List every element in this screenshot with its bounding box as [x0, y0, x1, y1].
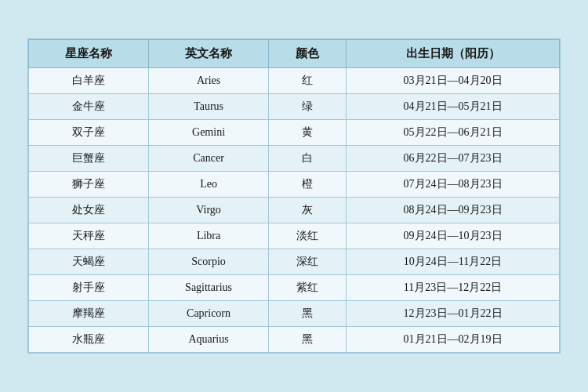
- cell-english-name: Aquarius: [149, 327, 269, 353]
- header-chinese-name: 星座名称: [29, 40, 149, 68]
- cell-dates: 03月21日—04月20日: [347, 68, 560, 94]
- cell-chinese-name: 摩羯座: [29, 301, 149, 327]
- table-row: 狮子座Leo橙07月24日—08月23日: [29, 172, 560, 198]
- cell-dates: 07月24日—08月23日: [347, 172, 560, 198]
- cell-chinese-name: 水瓶座: [29, 327, 149, 353]
- cell-color: 深红: [269, 249, 347, 275]
- cell-chinese-name: 金牛座: [29, 94, 149, 120]
- cell-english-name: Taurus: [149, 94, 269, 120]
- cell-color: 红: [269, 68, 347, 94]
- cell-chinese-name: 白羊座: [29, 68, 149, 94]
- cell-chinese-name: 射手座: [29, 275, 149, 301]
- cell-color: 灰: [269, 198, 347, 223]
- table-row: 天蝎座Scorpio深红10月24日—11月22日: [29, 249, 560, 275]
- table-row: 射手座Sagittarius紫红11月23日—12月22日: [29, 275, 560, 301]
- cell-chinese-name: 天蝎座: [29, 249, 149, 275]
- header-english-name: 英文名称: [149, 40, 269, 68]
- cell-chinese-name: 天秤座: [29, 223, 149, 249]
- table-row: 巨蟹座Cancer白06月22日—07月23日: [29, 146, 560, 172]
- cell-english-name: Libra: [149, 223, 269, 249]
- cell-english-name: Sagittarius: [149, 275, 269, 301]
- cell-color: 白: [269, 146, 347, 172]
- cell-color: 紫红: [269, 275, 347, 301]
- table-row: 天秤座Libra淡红09月24日—10月23日: [29, 223, 560, 249]
- cell-color: 黄: [269, 120, 347, 146]
- zodiac-table-container: 星座名称 英文名称 颜色 出生日期（阳历） 白羊座Aries红03月21日—04…: [27, 38, 561, 354]
- header-dates: 出生日期（阳历）: [347, 40, 560, 68]
- cell-dates: 09月24日—10月23日: [347, 223, 560, 249]
- cell-chinese-name: 处女座: [29, 198, 149, 223]
- cell-english-name: Gemini: [149, 120, 269, 146]
- table-row: 摩羯座Capricorn黑12月23日—01月22日: [29, 301, 560, 327]
- table-row: 双子座Gemini黄05月22日—06月21日: [29, 120, 560, 146]
- cell-color: 黑: [269, 327, 347, 353]
- cell-dates: 12月23日—01月22日: [347, 301, 560, 327]
- cell-chinese-name: 双子座: [29, 120, 149, 146]
- table-row: 水瓶座Aquarius黑01月21日—02月19日: [29, 327, 560, 353]
- cell-english-name: Cancer: [149, 146, 269, 172]
- cell-english-name: Leo: [149, 172, 269, 198]
- table-row: 白羊座Aries红03月21日—04月20日: [29, 68, 560, 94]
- cell-english-name: Capricorn: [149, 301, 269, 327]
- table-body: 白羊座Aries红03月21日—04月20日金牛座Taurus绿04月21日—0…: [29, 68, 560, 353]
- cell-english-name: Scorpio: [149, 249, 269, 275]
- cell-dates: 10月24日—11月22日: [347, 249, 560, 275]
- cell-dates: 01月21日—02月19日: [347, 327, 560, 353]
- cell-dates: 05月22日—06月21日: [347, 120, 560, 146]
- cell-dates: 04月21日—05月21日: [347, 94, 560, 120]
- zodiac-table: 星座名称 英文名称 颜色 出生日期（阳历） 白羊座Aries红03月21日—04…: [28, 39, 560, 353]
- cell-dates: 11月23日—12月22日: [347, 275, 560, 301]
- cell-english-name: Aries: [149, 68, 269, 94]
- table-row: 处女座Virgo灰08月24日—09月23日: [29, 198, 560, 223]
- cell-color: 橙: [269, 172, 347, 198]
- cell-color: 绿: [269, 94, 347, 120]
- cell-dates: 08月24日—09月23日: [347, 198, 560, 223]
- table-header-row: 星座名称 英文名称 颜色 出生日期（阳历）: [29, 40, 560, 68]
- cell-english-name: Virgo: [149, 198, 269, 223]
- cell-dates: 06月22日—07月23日: [347, 146, 560, 172]
- cell-color: 黑: [269, 301, 347, 327]
- cell-color: 淡红: [269, 223, 347, 249]
- table-row: 金牛座Taurus绿04月21日—05月21日: [29, 94, 560, 120]
- header-color: 颜色: [269, 40, 347, 68]
- cell-chinese-name: 巨蟹座: [29, 146, 149, 172]
- cell-chinese-name: 狮子座: [29, 172, 149, 198]
